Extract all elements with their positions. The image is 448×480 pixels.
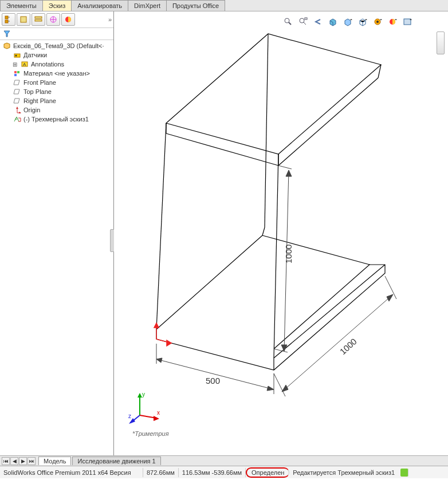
command-tabs: Элементы Эскиз Анализировать DimXpert Пр… [0,0,448,11]
appearance-icon[interactable] [46,13,60,26]
status-coords: 116.53мм -539.66мм [179,468,246,477]
annotations-icon: A [20,60,29,68]
svg-line-41 [278,78,378,166]
nav-next-icon[interactable]: ▶ [19,457,27,465]
svg-marker-66 [137,393,142,398]
feature-tree: Ексків_06_Тема9_3D (Default<· Датчики ⊞ … [0,40,113,126]
svg-rect-0 [5,16,8,19]
tab-sketch[interactable]: Эскиз [42,0,72,11]
svg-point-13 [15,55,17,57]
svg-marker-48 [154,323,159,328]
svg-line-62 [282,294,393,392]
property-manager-icon[interactable] [32,13,45,26]
status-bar: SolidWorks Office Premium 2011 x64 Верси… [0,466,448,478]
status-length: 872.66мм [143,468,179,477]
overflow-icon[interactable]: » [108,16,112,23]
tree-3d-sketch[interactable]: (-) Трехмерный эскиз1 [2,115,111,124]
nav-prev-icon[interactable]: ◀ [10,457,18,465]
status-editing: Редактируется Трехмерный эскиз1 [289,468,398,477]
svg-rect-4 [21,17,26,22]
svg-rect-16 [14,71,17,73]
origin-label: Origin [23,107,40,113]
sketch3d-icon [13,115,22,123]
tree-top-plane[interactable]: Top Plane [2,87,111,96]
config-manager-icon[interactable] [17,13,30,26]
svg-text:x: x [157,410,160,416]
sidebar-toolbar: » [0,11,113,28]
front-label: Front Plane [23,79,56,86]
dim-height: 1000 [284,245,293,263]
svg-rect-6 [35,19,42,21]
plane-icon [13,97,22,105]
design-tree-icon[interactable] [2,13,15,26]
tab-motion-study[interactable]: Исследование движения 1 [72,457,160,465]
svg-marker-69 [154,416,159,421]
tree-right-plane[interactable]: Right Plane [2,96,111,105]
tab-model[interactable]: Модель [38,457,71,465]
top-label: Top Plane [23,88,52,95]
svg-text:A: A [23,62,26,67]
svg-marker-58 [286,170,292,176]
svg-rect-18 [14,74,17,76]
status-indicator-icon[interactable] [400,469,408,477]
svg-line-37 [156,123,166,329]
status-defined: Определен [246,467,289,478]
origin-icon [13,106,22,114]
svg-line-39 [274,154,278,358]
svg-marker-49 [167,340,171,346]
nav-last-icon[interactable]: ⏭ [27,457,36,465]
svg-rect-1 [5,20,8,23]
feature-tree-panel: » Ексків_06_Тема9_3D (Default<· Датчики … [0,11,114,455]
annotations-label: Annotations [31,61,64,68]
svg-marker-22 [19,112,21,113]
model-canvas: 500 1000 1000 [114,11,448,455]
svg-line-55 [274,349,288,352]
dim-width: 500 [206,376,220,385]
nav-first-icon[interactable]: ⏮ [2,457,10,465]
svg-line-56 [278,166,292,169]
sketch3d-label: (-) Трехмерный эскиз1 [23,116,89,123]
svg-rect-5 [35,17,42,18]
sensor-icon [13,51,22,59]
dim-depth: 1000 [338,336,359,356]
svg-text:z: z [128,413,131,419]
tree-root[interactable]: Ексків_06_Тема9_3D (Default<· [2,41,111,50]
bottom-tab-bar: ⏮ ◀ ▶ ⏭ Модель Исследование движения 1 [0,455,448,466]
svg-line-60 [274,373,285,396]
svg-line-42 [262,227,265,235]
svg-marker-54 [267,386,274,391]
part-icon [2,42,11,50]
tab-elements[interactable]: Элементы [0,0,43,11]
svg-marker-64 [387,294,393,301]
right-label: Right Plane [23,97,56,104]
viewport[interactable]: 500 1000 1000 y [114,11,448,455]
plane-icon [13,88,22,96]
sensors-label: Датчики [23,52,47,58]
material-icon [13,69,22,77]
tab-dimxpert[interactable]: DimXpert [128,0,167,11]
svg-marker-53 [156,358,162,363]
tree-origin[interactable]: Origin [2,105,111,115]
material-label: Материал <не указан> [23,70,90,77]
filter-icon[interactable] [2,29,11,38]
tree-front-plane[interactable]: Front Plane [2,78,111,87]
svg-rect-17 [17,71,19,73]
view-label: *Триметрия [132,430,169,437]
view-triad[interactable]: y x z [128,389,163,424]
tab-analyze[interactable]: Анализировать [71,0,128,11]
tree-sensors[interactable]: Датчики [2,50,111,60]
status-product: SolidWorks Office Premium 2011 x64 Верси… [0,468,143,477]
tab-office[interactable]: Продукты Office [166,0,225,11]
tree-material[interactable]: Материал <не указан> [2,69,111,78]
tree-annotations[interactable]: ⊞ A Annotations [2,60,111,69]
tree-root-label: Ексків_06_Тема9_3D (Default<· [13,42,104,49]
expand-icon[interactable]: ⊞ [13,61,18,68]
svg-marker-21 [16,107,18,109]
svg-marker-63 [282,385,288,392]
plane-icon [13,78,22,86]
svg-text:y: y [142,391,145,398]
display-manager-icon[interactable] [61,13,75,26]
svg-line-38 [265,34,268,227]
